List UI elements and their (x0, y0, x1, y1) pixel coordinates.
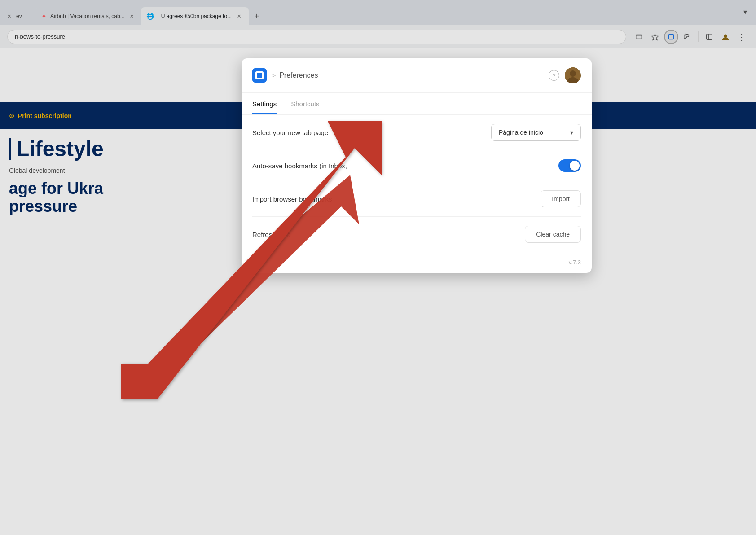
popup-actions: ? (549, 67, 581, 83)
avatar-image (565, 67, 581, 83)
popup-title: Preferences (279, 71, 318, 79)
dropdown-value: Página de inicio (499, 129, 543, 136)
tab-settings[interactable]: Settings (252, 93, 277, 114)
help-button[interactable]: ? (549, 70, 559, 81)
extension-popup: > Preferences ? Settings Shortcuts (242, 58, 592, 273)
tab-shortcuts[interactable]: Shortcuts (291, 93, 319, 114)
bookmarks-toggle[interactable] (558, 159, 581, 172)
svg-point-7 (570, 70, 576, 77)
new-tab-dropdown[interactable]: Página de inicio ▾ (491, 124, 581, 141)
breadcrumb-arrow: > (272, 72, 276, 79)
refresh-row: Refresh data Clear cache (252, 217, 581, 252)
bookmarks-label: Auto-save bookmarks (in Inbox, (252, 162, 551, 170)
import-label: Import browser bookmarks (252, 195, 533, 203)
dropdown-chevron: ▾ (570, 129, 573, 136)
new-tab-label: Select your new tab page (252, 129, 484, 136)
user-avatar[interactable] (565, 67, 581, 83)
bookmarks-row: Auto-save bookmarks (in Inbox, (252, 150, 581, 181)
toggle-knob (570, 161, 580, 171)
clear-cache-button[interactable]: Clear cache (525, 226, 581, 243)
popup-logo-inner (255, 71, 264, 79)
import-button[interactable]: Import (541, 190, 581, 207)
refresh-label: Refresh data (252, 231, 518, 238)
popup-logo (252, 68, 267, 83)
popup-footer: v.7.3 (242, 252, 592, 273)
popup-header: > Preferences ? (242, 58, 592, 93)
popup-breadcrumb: > Preferences (272, 71, 543, 79)
new-tab-row: Select your new tab page Página de inici… (252, 115, 581, 150)
version-label: v.7.3 (569, 259, 581, 266)
popup-body: Select your new tab page Página de inici… (242, 115, 592, 252)
popup-tabs: Settings Shortcuts (242, 93, 592, 115)
import-row: Import browser bookmarks Import (252, 181, 581, 217)
